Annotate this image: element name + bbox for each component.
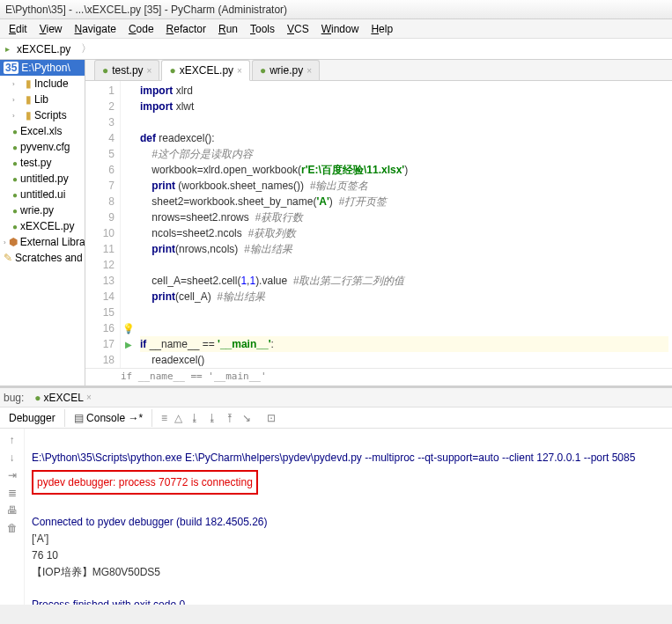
code-line[interactable]: [140, 257, 668, 273]
bulb-icon[interactable]: 💡: [122, 323, 135, 334]
tree-item-lib[interactable]: ›▮Lib: [0, 92, 85, 107]
menu-run[interactable]: Run: [213, 21, 243, 37]
down-icon[interactable]: ⭳: [189, 412, 200, 424]
python-file-icon: ●: [102, 64, 108, 77]
debug-config-tab[interactable]: ● xEXCEL ×: [29, 390, 96, 406]
file-icon: ●: [12, 143, 18, 152]
python-file-icon: ●: [260, 64, 266, 77]
menu-code[interactable]: Code: [123, 21, 159, 37]
command-line: E:\Python\35\Scripts\python.exe E:\PyCha…: [32, 451, 635, 464]
code-line[interactable]: [140, 305, 668, 320]
down-arrow-icon[interactable]: ↓: [10, 451, 15, 464]
console-tab[interactable]: ▤ Console →*: [65, 409, 152, 427]
code-line[interactable]: import xlrd: [140, 83, 668, 99]
export-icon[interactable]: △: [174, 412, 182, 424]
menu-bar: EditViewNavigateCodeRefactorRunToolsVCSW…: [0, 19, 672, 39]
menu-window[interactable]: Window: [316, 21, 365, 37]
print-icon[interactable]: 🖶: [7, 504, 18, 517]
tree-item-pyvenv-cfg[interactable]: ●pyvenv.cfg: [0, 139, 85, 155]
close-icon[interactable]: ×: [237, 66, 242, 76]
code-line[interactable]: cell_A=sheet2.cell(1,1).value #取出第二行第二列的…: [140, 273, 668, 289]
python-file-icon: ●: [169, 64, 175, 77]
chevron-right-icon: 〉: [78, 41, 95, 56]
nav-crumb[interactable]: xEXCEL.py: [10, 40, 78, 58]
debug-title: bug:: [4, 392, 29, 404]
trash-icon[interactable]: 🗑: [7, 522, 18, 534]
debug-tab-label: xEXCEL: [44, 392, 84, 404]
output-line-3: 【IOP培养】MG80V50DS5: [32, 566, 160, 578]
chevron-icon: ›: [12, 80, 23, 88]
code-line[interactable]: #这个部分是读取内容: [140, 146, 668, 162]
console-tab-label: Console: [86, 412, 125, 424]
code-line[interactable]: [140, 114, 668, 130]
tree-item-scripts[interactable]: ›▮Scripts: [0, 107, 85, 123]
python-icon: ●: [34, 392, 41, 404]
settings-icon[interactable]: ⊡: [267, 412, 276, 424]
editor-tab-test-py[interactable]: ●test.py×: [94, 60, 159, 80]
up-arrow-icon[interactable]: ↑: [10, 434, 15, 446]
code-area[interactable]: import xlrdimport xlwt def readexcel(): …: [137, 81, 672, 368]
scratch-icon: ✎: [4, 252, 12, 264]
navigation-bar: ▸ xEXCEL.py 〉: [0, 39, 672, 60]
code-line[interactable]: if __name__ == '__main__':: [140, 336, 668, 352]
debugger-tab[interactable]: Debugger: [0, 409, 65, 427]
menu-view[interactable]: View: [34, 21, 68, 37]
item-label: Lib: [34, 93, 48, 106]
chevron-icon: ›: [4, 239, 6, 246]
external-libraries[interactable]: › ⬢ External Libraries: [0, 234, 85, 250]
close-icon[interactable]: ×: [86, 393, 92, 402]
code-line[interactable]: print(nrows,ncols) #输出结果: [140, 241, 668, 257]
code-line[interactable]: workbook=xlrd.open_workbook(r'E:\百度经验\11…: [140, 162, 668, 178]
chevron-icon: ›: [12, 96, 23, 104]
tree-item-include[interactable]: ›▮Include: [0, 76, 85, 92]
tree-item-untitled-ui[interactable]: ●untitled.ui: [0, 187, 85, 202]
run-gutter-icon[interactable]: ▶: [125, 340, 132, 349]
menu-tools[interactable]: Tools: [245, 21, 280, 37]
pin-icon[interactable]: →*: [128, 412, 143, 424]
wrap-icon[interactable]: ⇥: [8, 469, 17, 481]
up-icon[interactable]: ⭱: [225, 412, 235, 424]
menu-help[interactable]: Help: [366, 21, 398, 37]
project-tree[interactable]: 35 E:\Python\ ›▮Include›▮Lib›▮Scripts●Ex…: [0, 60, 85, 385]
scroll-icon[interactable]: ≣: [8, 487, 17, 499]
menu-vcs[interactable]: VCS: [282, 21, 314, 37]
folder-icon: ▮: [26, 93, 32, 106]
item-label: wrie.py: [20, 204, 54, 217]
console-output[interactable]: E:\Python\35\Scripts\python.exe E:\PyCha…: [25, 429, 672, 605]
scratches[interactable]: ✎ Scratches and: [0, 250, 85, 266]
close-icon[interactable]: ×: [147, 66, 152, 76]
code-breadcrumb[interactable]: if __name__ == '__main__': [85, 368, 672, 385]
tree-item-xexcel-py[interactable]: ●xEXCEL.py: [0, 218, 85, 234]
menu-edit[interactable]: Edit: [4, 21, 33, 37]
folder-icon: ▮: [26, 77, 32, 90]
code-line[interactable]: ncols=sheet2.ncols #获取列数: [140, 225, 668, 241]
tree-item-wrie-py[interactable]: ●wrie.py: [0, 202, 85, 218]
connected-line: Connected to pydev debugger (build 182.4…: [32, 516, 268, 528]
editor-tab-wrie-py[interactable]: ●wrie.py×: [252, 60, 320, 80]
code-line[interactable]: sheet2=workbook.sheet_by_name('A') #打开页签: [140, 194, 668, 209]
code-line[interactable]: [140, 320, 668, 336]
tree-item-test-py[interactable]: ●test.py: [0, 155, 85, 171]
menu-navigate[interactable]: Navigate: [70, 21, 122, 37]
code-line[interactable]: readexcel(): [140, 352, 668, 368]
menu-refactor[interactable]: Refactor: [161, 21, 211, 37]
output-line-2: 76 10: [32, 549, 58, 562]
file-icon: ●: [12, 127, 18, 136]
code-line[interactable]: import xlwt: [140, 99, 668, 114]
code-line[interactable]: print(cell_A) #输出结果: [140, 289, 668, 305]
filter-icon[interactable]: ≡: [161, 412, 167, 424]
tree-item-untitled-py[interactable]: ●untitled.py: [0, 171, 85, 187]
code-line[interactable]: nrows=sheet2.nrows #获取行数: [140, 209, 668, 225]
editor-tab-xEXCEL-py[interactable]: ●xEXCEL.py×: [161, 60, 249, 81]
down2-icon[interactable]: ⭳: [207, 412, 218, 424]
tree-root[interactable]: 35 E:\Python\: [0, 60, 85, 76]
code-line[interactable]: print (workbook.sheet_names()) #输出页签名: [140, 178, 668, 194]
item-label: Include: [34, 77, 69, 90]
code-line[interactable]: def readexcel():: [140, 130, 668, 146]
collapse-icon[interactable]: ↘: [242, 412, 251, 424]
code-editor[interactable]: 123456789101112131415161718 💡▶ import xl…: [85, 81, 672, 368]
close-icon[interactable]: ×: [306, 66, 312, 76]
line-gutter: 123456789101112131415161718: [85, 81, 121, 368]
tree-item-excel-xls[interactable]: ●Excel.xls: [0, 123, 85, 139]
exit-line: Process finished with exit code 0: [32, 598, 185, 605]
